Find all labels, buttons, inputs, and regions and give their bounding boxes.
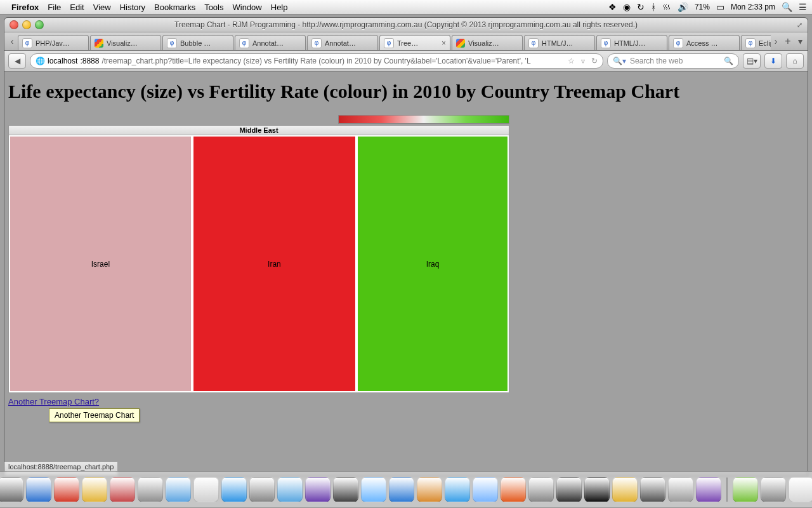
volume-icon[interactable]: 🔊 (678, 2, 688, 12)
tab-8[interactable]: φHTML/J… (596, 35, 667, 50)
bookmarks-button[interactable]: ▤▾ (743, 53, 761, 69)
dock-app-17[interactable] (445, 477, 470, 502)
battery-icon: ▭ (716, 2, 724, 12)
dock-app-2[interactable] (26, 477, 51, 502)
tab-3[interactable]: φAnnotat… (235, 35, 306, 50)
tab-5[interactable]: φTree…× (379, 35, 450, 50)
treemap-container: Middle East IsraelIranIraq (8, 125, 509, 393)
dock-app-12[interactable] (305, 477, 331, 502)
menubar-clock[interactable]: Mon 2:33 pm (731, 3, 775, 11)
home-button[interactable]: ⌂ (786, 53, 804, 69)
dock-app-20[interactable] (528, 477, 554, 502)
bookmark-star-icon[interactable]: ☆ (568, 57, 575, 65)
page-content: Life expectancy (size) vs Fertility Rate… (4, 72, 808, 476)
dock-app-23[interactable] (612, 477, 638, 502)
dock-app-7[interactable] (166, 477, 191, 502)
dock-area (0, 471, 812, 508)
globe-icon: 🌐 (36, 57, 45, 65)
tab-scroll-left[interactable]: ‹ (7, 32, 17, 50)
dock-app-29[interactable] (789, 477, 812, 502)
sync-icon[interactable]: ❖ (608, 2, 617, 12)
favicon-icon: φ (601, 38, 611, 48)
dock-separator (726, 478, 728, 502)
dock-app-13[interactable] (333, 477, 358, 502)
tab-label: Tree… (397, 39, 438, 47)
menu-help[interactable]: Help (271, 3, 288, 12)
close-tab-icon[interactable]: × (442, 39, 446, 48)
tab-10[interactable]: φEclipse … (741, 35, 771, 50)
active-app-name[interactable]: Firefox (11, 3, 39, 12)
dock-app-28[interactable] (761, 477, 786, 502)
tab-6[interactable]: Visualiz… (452, 35, 523, 50)
another-treemap-link[interactable]: Another Treemap Chart? (8, 397, 99, 406)
treemap-cell-iraq[interactable]: Iraq (357, 135, 509, 392)
dock-app-11[interactable] (277, 477, 303, 502)
dock-app-8[interactable] (193, 477, 219, 502)
dock-app-5[interactable] (110, 477, 135, 502)
new-tab-button[interactable]: + (781, 32, 795, 50)
menu-history[interactable]: History (120, 3, 145, 12)
search-go-icon[interactable]: 🔍 (724, 57, 733, 65)
treemap-cell-iran[interactable]: Iran (192, 135, 357, 392)
menu-edit[interactable]: Edit (70, 3, 84, 12)
dock-app-3[interactable] (54, 477, 79, 502)
dock-app-4[interactable] (82, 477, 107, 502)
dock-app-1[interactable] (0, 477, 23, 502)
treemap-cell-israel[interactable]: Israel (9, 135, 192, 392)
mac-menubar: Firefox File Edit View History Bookmarks… (0, 0, 812, 15)
treemap-parent-label[interactable]: Middle East (9, 126, 509, 135)
dock-app-25[interactable] (668, 477, 693, 502)
list-all-tabs-button[interactable]: ▾ (795, 32, 805, 50)
tab-label: Access … (686, 39, 735, 47)
back-button[interactable]: ◀ (8, 53, 26, 69)
zoom-window-button[interactable] (35, 20, 44, 29)
dock-app-10[interactable] (249, 477, 275, 502)
fullscreen-icon[interactable]: ⤢ (797, 21, 802, 29)
wifi-icon[interactable]: ᯾ (662, 2, 671, 12)
spotlight-icon[interactable]: 🔍 (782, 2, 792, 12)
menu-file[interactable]: File (48, 3, 61, 12)
menu-view[interactable]: View (93, 3, 111, 12)
accessibility-icon[interactable]: ◉ (623, 2, 631, 12)
favicon-icon: φ (745, 38, 756, 48)
menu-tools[interactable]: Tools (204, 3, 223, 12)
close-window-button[interactable] (10, 20, 18, 29)
menu-bookmarks[interactable]: Bookmarks (154, 3, 195, 12)
dock-app-22[interactable] (584, 477, 610, 502)
tab-9[interactable]: φAccess … (669, 35, 740, 50)
tab-0[interactable]: φPHP/Jav… (18, 35, 89, 50)
bluetooth-icon[interactable]: ᚼ (651, 2, 656, 12)
firefox-window: Treemap Chart - RJM Programming - http:/… (4, 17, 808, 476)
dock-app-6[interactable] (138, 477, 163, 502)
reload-icon[interactable]: ↻ (591, 57, 598, 65)
search-bar[interactable]: 🔍▾ Search the web 🔍 (607, 53, 739, 69)
timemachine-icon[interactable]: ↻ (637, 2, 645, 12)
dock-app-9[interactable] (221, 477, 247, 502)
minimize-window-button[interactable] (22, 20, 31, 29)
tab-2[interactable]: φBubble … (162, 35, 233, 50)
search-engine-icon[interactable]: 🔍▾ (613, 57, 626, 65)
favicon-icon: φ (528, 38, 539, 48)
menu-window[interactable]: Window (233, 3, 262, 12)
dock-app-24[interactable] (640, 477, 665, 502)
dock-app-14[interactable] (361, 477, 386, 502)
dock-app-27[interactable] (733, 477, 758, 502)
tab-7[interactable]: φHTML/J… (524, 35, 595, 50)
window-titlebar[interactable]: Treemap Chart - RJM Programming - http:/… (4, 18, 808, 32)
tab-scroll-right[interactable]: › (771, 32, 781, 50)
tab-1[interactable]: Visualiz… (90, 35, 161, 50)
dock-app-16[interactable] (417, 477, 442, 502)
notifications-icon[interactable]: ☰ (799, 2, 807, 12)
dock-app-26[interactable] (696, 477, 721, 502)
url-port: :8888 (80, 57, 99, 65)
battery-percent[interactable]: 71% (695, 3, 710, 11)
dock-app-21[interactable] (556, 477, 582, 502)
history-dropdown-icon[interactable]: ▿ (581, 57, 585, 65)
dock-app-19[interactable] (501, 477, 526, 502)
dock-app-15[interactable] (389, 477, 414, 502)
tab-4[interactable]: φAnnotat… (307, 35, 378, 50)
address-bar[interactable]: 🌐 localhost:8888 /treemap_chart.php?titl… (30, 53, 603, 69)
downloads-button[interactable]: ⬇ (764, 53, 782, 69)
dock (0, 471, 812, 508)
dock-app-18[interactable] (473, 477, 498, 502)
